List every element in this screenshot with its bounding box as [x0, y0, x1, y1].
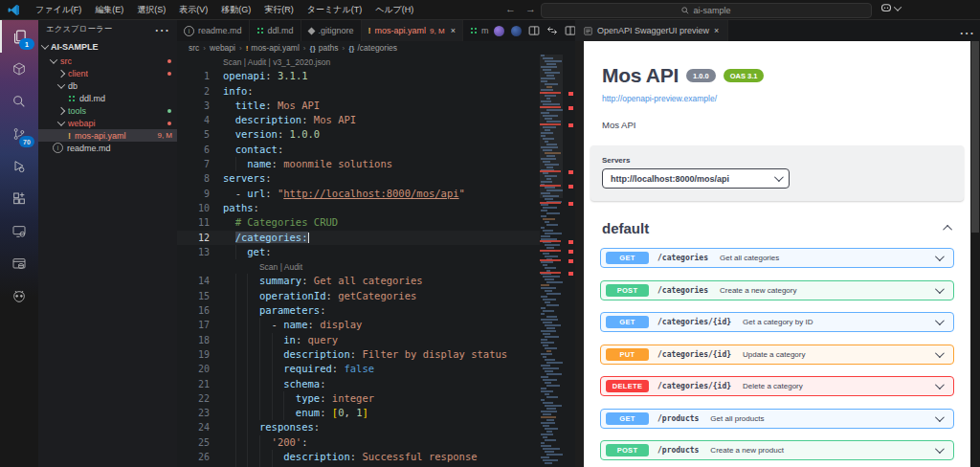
error-marker[interactable]	[568, 259, 573, 263]
operation-summary: Get all products	[710, 414, 764, 423]
code-line-20: 20 required: false	[177, 362, 575, 376]
operation-post-/categories[interactable]: POST/categoriesCreate a new category	[600, 280, 954, 300]
error-marker[interactable]	[568, 202, 573, 206]
tree-item-ddl.md[interactable]: ddl.md	[38, 92, 177, 104]
breadcrumb-label: webapi	[210, 43, 235, 53]
webview-scrollbar[interactable]	[970, 41, 980, 467]
menu-item-7[interactable]: ヘルプ(H)	[368, 2, 420, 18]
tree-item-client[interactable]: client	[38, 67, 177, 79]
more-actions-icon[interactable]: ⋯	[959, 24, 974, 42]
copilot-menu[interactable]	[880, 3, 901, 13]
tag-section-header[interactable]: default	[602, 220, 952, 236]
minimap[interactable]	[540, 55, 563, 467]
menu-item-0[interactable]: ファイル(F)	[29, 2, 88, 18]
database-panel-icon[interactable]	[0, 248, 38, 280]
server-select[interactable]: http://localhost:8000/mos/api	[602, 168, 790, 189]
operation-put-/categories/{id}[interactable]: PUT/categories/{id}Update a category	[600, 345, 954, 365]
workspace-section-header[interactable]: AI-SAMPLE	[38, 39, 177, 55]
tree-item-webapi[interactable]: webapi	[38, 117, 177, 129]
line-number: 3	[177, 99, 210, 113]
run-debug-icon[interactable]	[0, 150, 38, 183]
operation-path: /categories/{id}	[657, 350, 731, 359]
breadcrumb-item-paths[interactable]: {}paths	[310, 43, 339, 53]
chevron-down-icon	[935, 380, 945, 389]
code-line-7: 7 name: moonmile solutions	[177, 157, 575, 171]
error-marker[interactable]	[568, 250, 573, 254]
breadcrumb-item-mos-api.yaml[interactable]: !mos-api.yaml	[246, 43, 300, 53]
source-control-icon[interactable]: 70	[0, 118, 38, 150]
info-icon: i	[184, 26, 194, 36]
menu-item-1[interactable]: 編集(E)	[88, 2, 130, 18]
error-marker[interactable]	[568, 272, 573, 276]
close-icon[interactable]: ×	[451, 26, 456, 35]
error-marker[interactable]	[568, 106, 573, 110]
tree-item-src[interactable]: src	[38, 55, 177, 67]
code-line-5: 5 version: 1.0.0	[177, 127, 575, 142]
container-tools-icon[interactable]	[0, 53, 38, 85]
scrollbar-thumb[interactable]	[971, 41, 979, 233]
tab-label: OpenAPI SwaggerUI preview	[597, 26, 709, 35]
tab-m[interactable]: m	[463, 20, 491, 41]
line-number: 5	[177, 127, 210, 142]
breadcrumb-separator: ›	[303, 44, 306, 53]
menu-item-3[interactable]: 表示(V)	[172, 2, 214, 18]
error-marker[interactable]	[568, 92, 573, 96]
tab-readme.md[interactable]: ireadme.md	[177, 20, 250, 41]
breadcrumb[interactable]: src›webapi›!mos-api.yaml›{}paths›{}/cate…	[177, 41, 587, 55]
error-marker[interactable]	[568, 123, 573, 127]
chevron-down-icon	[935, 412, 945, 422]
menu-item-2[interactable]: 選択(S)	[130, 2, 172, 18]
command-center-search[interactable]: ai-sample	[541, 3, 872, 18]
tab-.gitignore[interactable]: .gitignore	[301, 20, 362, 41]
codelens-row[interactable]: Scan | Audit | v3_1_2020.json	[177, 55, 575, 69]
chevron-down-icon	[50, 56, 57, 63]
chevron-down-icon	[894, 3, 902, 11]
open-changes-icon[interactable]	[546, 25, 558, 36]
menu-item-5[interactable]: 実行(R)	[257, 2, 301, 18]
search-view-icon[interactable]	[0, 85, 38, 118]
ai-assistant-icon[interactable]	[0, 280, 38, 313]
tree-item-db[interactable]: db	[38, 79, 177, 92]
operation-get-/categories[interactable]: GET/categoriesGet all categories	[600, 248, 954, 268]
overview-ruler[interactable]	[563, 55, 575, 467]
close-icon[interactable]: ×	[714, 26, 719, 35]
open-preview-icon[interactable]	[528, 25, 540, 36]
explorer-more-icon[interactable]: ⋯	[154, 21, 169, 39]
breadcrumb-item-webapi[interactable]: webapi	[210, 43, 235, 53]
explorer-view-icon[interactable]: 1	[0, 20, 38, 53]
code-editor[interactable]: Scan | Audit | v3_1_2020.json1openapi: 3…	[177, 55, 575, 467]
operation-get-/categories/{id}[interactable]: GET/categories/{id}Get a category by ID	[600, 312, 954, 332]
api-base-url-link[interactable]: http://openapi-preview.example/	[602, 94, 952, 103]
extension-action-icon-2[interactable]	[511, 26, 522, 36]
tab-ddl.md[interactable]: ddl.md	[250, 20, 301, 41]
tree-item-tools[interactable]: tools	[38, 104, 177, 117]
error-marker[interactable]	[568, 170, 573, 174]
menu-item-6[interactable]: ターミナル(T)	[301, 2, 368, 18]
operation-delete-/categories/{id}[interactable]: DELETE/categories/{id}Delete a category	[600, 376, 954, 396]
code-line-1: 1openapi: 3.1.1	[177, 69, 575, 83]
back-button[interactable]: ←	[505, 3, 516, 14]
breadcrumb-item-src[interactable]: src	[189, 43, 199, 53]
extensions-icon[interactable]	[0, 183, 38, 215]
operation-get-/products[interactable]: GET/productsGet all products	[600, 409, 954, 429]
error-marker[interactable]	[568, 240, 573, 244]
forward-button[interactable]: →	[525, 3, 536, 14]
remote-explorer-icon[interactable]	[0, 215, 38, 248]
editor-tab-bar: ireadme.mdddl.md.gitignore!mos-api.yaml9…	[177, 20, 575, 41]
line-number	[177, 259, 210, 274]
codelens-row[interactable]: Scan | Audit	[177, 259, 575, 274]
menu-item-4[interactable]: 移動(G)	[214, 2, 257, 18]
code-line-26: 26 description: Successful response	[177, 450, 575, 464]
tree-item-mos-api.yaml[interactable]: !mos-api.yaml9, M	[38, 129, 177, 142]
extension-action-icon-1[interactable]	[494, 26, 504, 36]
breadcrumb-item-/categories[interactable]: {}/categories	[348, 43, 397, 53]
tab-mos-api.yaml[interactable]: !mos-api.yaml9, M×	[362, 20, 463, 41]
operation-post-/products[interactable]: POST/productsCreate a new product	[600, 440, 954, 460]
tab-openapi-preview[interactable]: OpenAPI SwaggerUI preview ×	[575, 20, 728, 41]
tree-item-readme.md[interactable]: ireadme.md	[38, 142, 177, 154]
chevron-down-icon	[57, 80, 65, 88]
chevron-down-icon	[935, 252, 945, 261]
problem-dot	[167, 59, 171, 63]
error-marker[interactable]	[568, 185, 573, 189]
operation-path: /categories	[657, 254, 708, 262]
